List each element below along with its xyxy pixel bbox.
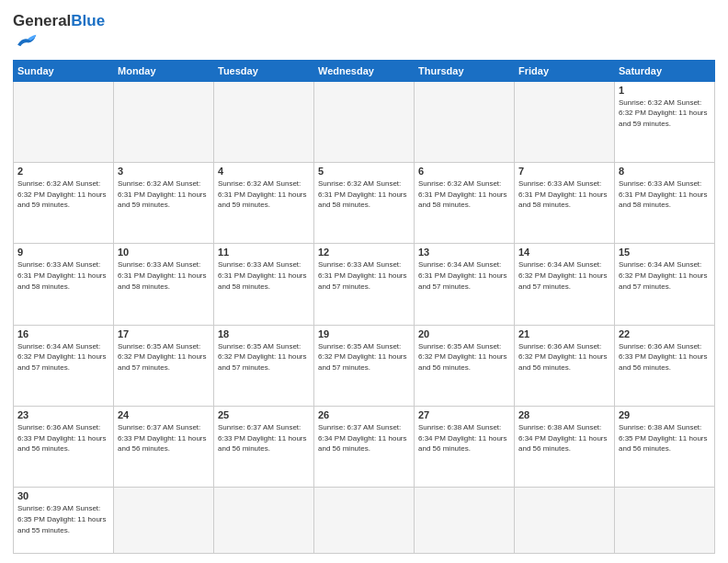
logo-blue: Blue bbox=[71, 12, 105, 29]
day-info: Sunrise: 6:37 AM Sunset: 6:34 PM Dayligh… bbox=[318, 422, 410, 454]
weekday-header-wednesday: Wednesday bbox=[314, 60, 415, 81]
day-number: 21 bbox=[518, 328, 610, 339]
weekday-header-friday: Friday bbox=[515, 60, 615, 81]
day-number: 8 bbox=[619, 166, 711, 177]
calendar-cell: 6Sunrise: 6:32 AM Sunset: 6:31 PM Daylig… bbox=[415, 163, 515, 244]
calendar-cell: 29Sunrise: 6:38 AM Sunset: 6:35 PM Dayli… bbox=[615, 407, 715, 488]
day-info: Sunrise: 6:32 AM Sunset: 6:31 PM Dayligh… bbox=[418, 178, 510, 211]
weekday-header-sunday: Sunday bbox=[14, 60, 114, 81]
calendar-cell: 17Sunrise: 6:35 AM Sunset: 6:32 PM Dayli… bbox=[114, 325, 214, 406]
calendar-week-4: 16Sunrise: 6:34 AM Sunset: 6:32 PM Dayli… bbox=[14, 325, 715, 406]
day-info: Sunrise: 6:38 AM Sunset: 6:34 PM Dayligh… bbox=[418, 422, 510, 454]
day-info: Sunrise: 6:35 AM Sunset: 6:32 PM Dayligh… bbox=[318, 341, 410, 373]
calendar-cell: 23Sunrise: 6:36 AM Sunset: 6:33 PM Dayli… bbox=[14, 407, 114, 488]
calendar-cell bbox=[515, 488, 615, 554]
day-number: 10 bbox=[118, 247, 210, 258]
header: GeneralBlue bbox=[13, 9, 715, 54]
day-info: Sunrise: 6:33 AM Sunset: 6:31 PM Dayligh… bbox=[118, 259, 210, 292]
calendar-cell bbox=[214, 81, 314, 162]
day-number: 13 bbox=[418, 247, 510, 258]
calendar-cell bbox=[415, 81, 515, 162]
logo-general: General bbox=[13, 12, 71, 29]
day-info: Sunrise: 6:34 AM Sunset: 6:32 PM Dayligh… bbox=[518, 259, 610, 292]
day-info: Sunrise: 6:38 AM Sunset: 6:34 PM Dayligh… bbox=[518, 422, 610, 454]
day-number: 12 bbox=[318, 247, 410, 258]
day-info: Sunrise: 6:35 AM Sunset: 6:32 PM Dayligh… bbox=[118, 341, 210, 373]
calendar-cell: 16Sunrise: 6:34 AM Sunset: 6:32 PM Dayli… bbox=[14, 325, 114, 406]
calendar-cell: 26Sunrise: 6:37 AM Sunset: 6:34 PM Dayli… bbox=[314, 407, 415, 488]
day-info: Sunrise: 6:36 AM Sunset: 6:33 PM Dayligh… bbox=[17, 422, 109, 454]
day-info: Sunrise: 6:32 AM Sunset: 6:32 PM Dayligh… bbox=[619, 98, 711, 130]
calendar-cell: 27Sunrise: 6:38 AM Sunset: 6:34 PM Dayli… bbox=[415, 407, 515, 488]
calendar-cell: 11Sunrise: 6:33 AM Sunset: 6:31 PM Dayli… bbox=[214, 244, 314, 325]
day-number: 15 bbox=[619, 247, 711, 258]
day-number: 16 bbox=[17, 328, 109, 339]
calendar-cell bbox=[314, 81, 415, 162]
day-info: Sunrise: 6:33 AM Sunset: 6:31 PM Dayligh… bbox=[518, 178, 610, 211]
calendar-cell: 5Sunrise: 6:32 AM Sunset: 6:31 PM Daylig… bbox=[314, 163, 415, 244]
weekday-header-saturday: Saturday bbox=[615, 60, 715, 81]
day-number: 6 bbox=[418, 166, 510, 177]
day-info: Sunrise: 6:32 AM Sunset: 6:32 PM Dayligh… bbox=[17, 178, 109, 211]
calendar-cell bbox=[114, 488, 214, 554]
day-number: 22 bbox=[619, 328, 711, 339]
calendar-cell: 13Sunrise: 6:34 AM Sunset: 6:31 PM Dayli… bbox=[415, 244, 515, 325]
calendar-cell bbox=[615, 488, 715, 554]
day-info: Sunrise: 6:35 AM Sunset: 6:32 PM Dayligh… bbox=[218, 341, 310, 373]
calendar-table: SundayMondayTuesdayWednesdayThursdayFrid… bbox=[13, 60, 715, 554]
calendar-cell: 18Sunrise: 6:35 AM Sunset: 6:32 PM Dayli… bbox=[214, 325, 314, 406]
day-info: Sunrise: 6:34 AM Sunset: 6:32 PM Dayligh… bbox=[619, 259, 711, 292]
day-info: Sunrise: 6:33 AM Sunset: 6:31 PM Dayligh… bbox=[619, 178, 711, 211]
day-info: Sunrise: 6:38 AM Sunset: 6:35 PM Dayligh… bbox=[619, 422, 711, 454]
day-info: Sunrise: 6:37 AM Sunset: 6:33 PM Dayligh… bbox=[218, 422, 310, 454]
calendar-cell: 22Sunrise: 6:36 AM Sunset: 6:33 PM Dayli… bbox=[615, 325, 715, 406]
calendar-cell: 10Sunrise: 6:33 AM Sunset: 6:31 PM Dayli… bbox=[114, 244, 214, 325]
calendar-cell: 21Sunrise: 6:36 AM Sunset: 6:32 PM Dayli… bbox=[515, 325, 615, 406]
day-number: 19 bbox=[318, 328, 410, 339]
calendar-cell: 4Sunrise: 6:32 AM Sunset: 6:31 PM Daylig… bbox=[214, 163, 314, 244]
calendar-cell: 20Sunrise: 6:35 AM Sunset: 6:32 PM Dayli… bbox=[415, 325, 515, 406]
day-number: 2 bbox=[17, 166, 109, 177]
calendar-cell bbox=[114, 81, 214, 162]
weekday-header-tuesday: Tuesday bbox=[214, 60, 314, 81]
day-info: Sunrise: 6:37 AM Sunset: 6:33 PM Dayligh… bbox=[118, 422, 210, 454]
calendar-cell: 24Sunrise: 6:37 AM Sunset: 6:33 PM Dayli… bbox=[114, 407, 214, 488]
calendar-cell: 15Sunrise: 6:34 AM Sunset: 6:32 PM Dayli… bbox=[615, 244, 715, 325]
day-info: Sunrise: 6:36 AM Sunset: 6:32 PM Dayligh… bbox=[518, 341, 610, 373]
day-info: Sunrise: 6:33 AM Sunset: 6:31 PM Dayligh… bbox=[17, 259, 109, 292]
day-number: 14 bbox=[518, 247, 610, 258]
logo-bird-icon bbox=[15, 30, 40, 51]
day-number: 11 bbox=[218, 247, 310, 258]
calendar-cell: 30Sunrise: 6:39 AM Sunset: 6:35 PM Dayli… bbox=[14, 488, 114, 554]
day-number: 27 bbox=[418, 409, 510, 420]
weekday-header-thursday: Thursday bbox=[415, 60, 515, 81]
day-info: Sunrise: 6:34 AM Sunset: 6:32 PM Dayligh… bbox=[17, 341, 109, 373]
day-info: Sunrise: 6:32 AM Sunset: 6:31 PM Dayligh… bbox=[318, 178, 410, 211]
weekday-header-monday: Monday bbox=[114, 60, 214, 81]
calendar-cell: 25Sunrise: 6:37 AM Sunset: 6:33 PM Dayli… bbox=[214, 407, 314, 488]
logo: GeneralBlue bbox=[13, 13, 105, 54]
day-number: 5 bbox=[318, 166, 410, 177]
day-info: Sunrise: 6:32 AM Sunset: 6:31 PM Dayligh… bbox=[118, 178, 210, 211]
day-info: Sunrise: 6:39 AM Sunset: 6:35 PM Dayligh… bbox=[17, 503, 109, 535]
day-number: 28 bbox=[518, 409, 610, 420]
calendar-cell: 1Sunrise: 6:32 AM Sunset: 6:32 PM Daylig… bbox=[615, 81, 715, 162]
calendar-week-3: 9Sunrise: 6:33 AM Sunset: 6:31 PM Daylig… bbox=[14, 244, 715, 325]
calendar-cell: 3Sunrise: 6:32 AM Sunset: 6:31 PM Daylig… bbox=[114, 163, 214, 244]
calendar-cell bbox=[415, 488, 515, 554]
day-number: 7 bbox=[518, 166, 610, 177]
day-number: 9 bbox=[17, 247, 109, 258]
day-number: 20 bbox=[418, 328, 510, 339]
day-number: 1 bbox=[619, 85, 711, 96]
day-number: 25 bbox=[218, 409, 310, 420]
day-number: 3 bbox=[118, 166, 210, 177]
calendar-cell: 8Sunrise: 6:33 AM Sunset: 6:31 PM Daylig… bbox=[615, 163, 715, 244]
day-number: 18 bbox=[218, 328, 310, 339]
calendar-cell bbox=[214, 488, 314, 554]
day-info: Sunrise: 6:33 AM Sunset: 6:31 PM Dayligh… bbox=[318, 259, 410, 292]
calendar-cell: 19Sunrise: 6:35 AM Sunset: 6:32 PM Dayli… bbox=[314, 325, 415, 406]
day-info: Sunrise: 6:33 AM Sunset: 6:31 PM Dayligh… bbox=[218, 259, 310, 292]
calendar-cell bbox=[515, 81, 615, 162]
calendar-header-row: SundayMondayTuesdayWednesdayThursdayFrid… bbox=[14, 60, 715, 81]
day-number: 30 bbox=[17, 490, 109, 501]
